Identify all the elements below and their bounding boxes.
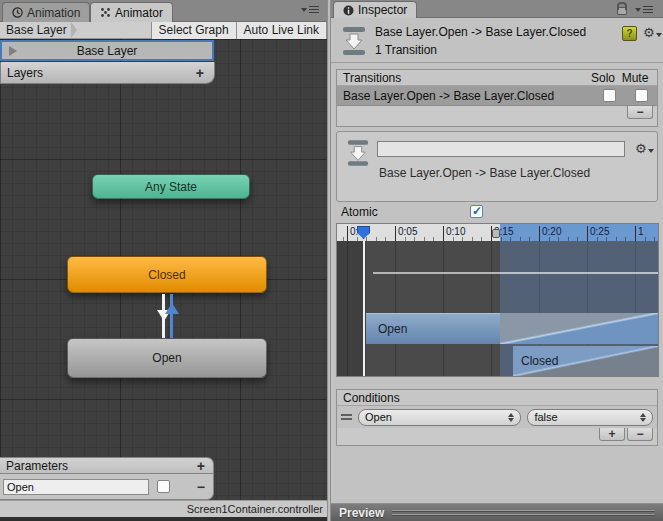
timeline-left-shade: [337, 241, 366, 376]
transition-title: Base Layer.Open -> Base Layer.Closed: [375, 25, 586, 39]
detail-gear-icon[interactable]: ⚙: [635, 142, 654, 155]
atomic-label: Atomic: [341, 205, 378, 219]
hamburger-icon: [643, 6, 653, 13]
transition-open-to-closed-selected[interactable]: [170, 294, 173, 338]
mute-checkbox[interactable]: [635, 89, 648, 102]
parameters-title: Parameters: [6, 459, 68, 473]
select-graph-button[interactable]: Select Graph: [151, 22, 236, 39]
add-layer-button[interactable]: +: [196, 65, 204, 81]
breadcrumb[interactable]: Base Layer: [0, 23, 71, 37]
chevron-down-icon: [301, 8, 307, 12]
solo-checkbox[interactable]: [603, 89, 616, 102]
transitions-section-header: Transitions Solo Mute: [337, 70, 657, 86]
transition-handle-icon[interactable]: [492, 229, 500, 238]
remove-transition-button[interactable]: −: [627, 106, 653, 119]
expander-triangle-icon[interactable]: [9, 46, 17, 56]
clip-bar-open-label: Open: [378, 322, 407, 336]
breadcrumb-chevron-icon: [71, 22, 77, 38]
unity-editor-window: Animation Animator Base Layer Select Gra…: [0, 0, 663, 521]
transitions-section: Transitions Solo Mute Base Layer.Open ->…: [336, 69, 658, 127]
parameters-header: Parameters +: [0, 457, 214, 474]
statusbar-shadow: [0, 517, 327, 521]
timeline-ruler[interactable]: 0:00 0:05 0:10 0:15 0:20 0:25 1: [337, 224, 658, 241]
drag-handle-icon[interactable]: [341, 414, 352, 420]
inspector-menu-icon[interactable]: [635, 6, 653, 13]
node-closed[interactable]: Closed: [67, 256, 267, 293]
transition-row-label: Base Layer.Open -> Base Layer.Closed: [343, 89, 554, 103]
conditions-section: Conditions Open false + −: [336, 389, 658, 446]
transition-name-input[interactable]: [377, 141, 625, 157]
auto-live-link-button[interactable]: Auto Live Link: [236, 22, 327, 39]
tab-inspector-label: Inspector: [358, 3, 407, 17]
arrow-up-icon: [165, 303, 179, 314]
layer-item-base-layer[interactable]: Base Layer: [0, 40, 214, 61]
info-icon: [343, 5, 354, 16]
tick-label: 0:25: [587, 226, 609, 241]
clip-bar-closed[interactable]: Closed: [513, 346, 658, 376]
tick-label: 0:05: [395, 226, 417, 241]
transition-icon: [347, 139, 369, 167]
node-open-label: Open: [152, 351, 181, 365]
tick-label: 0:20: [539, 226, 561, 241]
inspector-pane: Inspector Base Layer.Open -> Base Layer.…: [331, 0, 663, 521]
add-parameter-button[interactable]: +: [197, 458, 205, 474]
hamburger-icon: [309, 6, 319, 13]
timeline-body[interactable]: Open Closed: [337, 241, 658, 376]
parameter-name-input[interactable]: [3, 479, 149, 495]
inspector-header: Base Layer.Open -> Base Layer.Closed 1 T…: [331, 18, 663, 63]
tab-animator-label: Animator: [115, 6, 163, 20]
controller-path: Screen1Container.controller: [187, 503, 323, 515]
condition-parameter-value: Open: [365, 411, 392, 423]
parameter-bool-checkbox[interactable]: [157, 480, 170, 493]
transition-duration-line[interactable]: [373, 272, 658, 274]
animator-pane: Animation Animator Base Layer Select Gra…: [0, 0, 327, 521]
header-gear-icon[interactable]: ⚙: [643, 26, 662, 39]
transition-timeline[interactable]: 0:00 0:05 0:10 0:15 0:20 0:25 1 Open: [336, 223, 659, 377]
remove-parameter-button[interactable]: −: [197, 479, 205, 495]
help-icon[interactable]: ?: [622, 26, 637, 41]
transition-count: 1 Transition: [375, 43, 437, 57]
tick-label: 0:10: [443, 226, 465, 241]
animator-icon: [100, 7, 111, 18]
playhead-line[interactable]: [363, 241, 365, 376]
tab-animator[interactable]: Animator: [90, 2, 173, 22]
preview-bar[interactable]: Preview: [331, 503, 663, 521]
tab-inspector[interactable]: Inspector: [333, 1, 417, 18]
tab-animation[interactable]: Animation: [2, 2, 90, 22]
conditions-footer: + −: [337, 428, 657, 445]
animator-toolbar: Base Layer Select Graph Auto Live Link: [0, 22, 327, 39]
layer-item-label: Base Layer: [77, 44, 138, 58]
preview-label: Preview: [339, 506, 384, 520]
condition-row: Open false: [337, 406, 657, 428]
node-any-state-label: Any State: [145, 180, 197, 194]
node-closed-label: Closed: [148, 268, 185, 282]
atomic-checkbox[interactable]: [470, 205, 483, 218]
tab-animation-label: Animation: [27, 6, 80, 20]
condition-value: false: [534, 411, 557, 423]
animator-tabbar: Animation Animator: [0, 0, 327, 22]
preview-drag-grip[interactable]: [392, 510, 655, 515]
inspector-tabbar: Inspector: [331, 0, 663, 18]
layers-title: Layers: [7, 66, 43, 80]
condition-value-dropdown[interactable]: false: [527, 409, 653, 426]
transition-list-row[interactable]: Base Layer.Open -> Base Layer.Closed: [337, 86, 657, 106]
node-any-state[interactable]: Any State: [92, 174, 250, 199]
transition-detail-box: ⚙ Base Layer.Open -> Base Layer.Closed: [336, 131, 658, 202]
pane-menu-icon[interactable]: [301, 6, 319, 13]
mute-column-header: Mute: [619, 71, 651, 85]
clip-bar-open-fadeout[interactable]: [500, 313, 658, 344]
lock-icon[interactable]: [617, 7, 627, 15]
conditions-section-header: Conditions: [337, 390, 657, 406]
remove-condition-button[interactable]: −: [627, 428, 653, 441]
add-condition-button[interactable]: +: [599, 428, 625, 441]
conditions-title: Conditions: [343, 391, 400, 405]
parameter-row: −: [0, 474, 214, 500]
clip-bar-open[interactable]: Open: [366, 313, 500, 344]
dropdown-arrows-icon: [508, 413, 514, 422]
transition-detail-label: Base Layer.Open -> Base Layer.Closed: [379, 166, 590, 180]
node-open[interactable]: Open: [67, 338, 267, 378]
condition-parameter-dropdown[interactable]: Open: [358, 409, 521, 426]
transition-icon: [342, 26, 366, 56]
chevron-down-icon: [635, 8, 641, 12]
clock-icon: [12, 7, 23, 18]
